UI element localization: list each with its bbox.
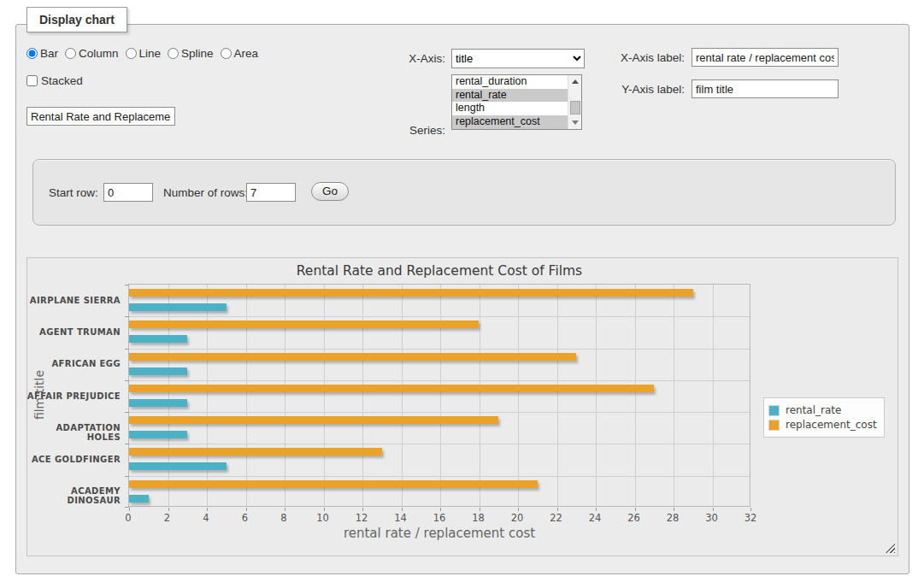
legend-label: rental_rate bbox=[786, 404, 841, 416]
series-listbox[interactable]: rental_durationrental_ratelengthreplacem… bbox=[451, 74, 582, 130]
gridline-vertical bbox=[518, 285, 519, 506]
stacked-checkbox[interactable] bbox=[26, 75, 38, 86]
gridline-vertical bbox=[207, 285, 208, 506]
row-range-panel: Start row: Number of rows: Go bbox=[32, 159, 896, 226]
chart-type-label: Area bbox=[234, 47, 259, 60]
stacked-row: Stacked bbox=[26, 74, 83, 87]
series-option-rental_duration[interactable]: rental_duration bbox=[452, 75, 568, 89]
y-tick-mark bbox=[125, 412, 129, 413]
x-tick-mark bbox=[207, 508, 208, 511]
gridline-horizontal bbox=[129, 476, 750, 477]
bar-replacement_cost bbox=[129, 289, 693, 297]
chart-type-option-area[interactable]: Area bbox=[221, 47, 259, 60]
panel-legend: Display chart bbox=[26, 7, 127, 32]
series-options: rental_durationrental_ratelengthreplacem… bbox=[452, 75, 568, 129]
x-tick-mark bbox=[713, 508, 714, 511]
x-tick-label: 18 bbox=[472, 512, 485, 524]
chart-type-radios: BarColumnLineSplineArea bbox=[26, 47, 265, 60]
y-tick-mark bbox=[125, 285, 129, 285]
legend-item-replacement_cost: replacement_cost bbox=[768, 419, 877, 431]
y-axis-label-label: Y-Axis label: bbox=[604, 83, 685, 96]
x-tick-mark bbox=[480, 508, 480, 511]
gridline-vertical bbox=[480, 285, 480, 506]
legend-swatch-rental_rate bbox=[768, 405, 780, 416]
x-tick-mark bbox=[285, 508, 285, 511]
x-tick-label: 8 bbox=[280, 512, 286, 524]
series-option-replacement_cost[interactable]: replacement_cost bbox=[452, 115, 568, 129]
x-tick-label: 2 bbox=[164, 512, 170, 524]
chart-type-radio-bar[interactable] bbox=[26, 48, 38, 59]
series-option-rental_rate[interactable]: rental_rate bbox=[452, 89, 568, 103]
x-tick-mark bbox=[674, 508, 674, 511]
num-rows-label: Number of rows: bbox=[163, 186, 248, 199]
x-tick-label: 20 bbox=[511, 512, 524, 524]
bar-replacement_cost bbox=[129, 385, 654, 392]
y-category-label: AFRICAN EGG bbox=[26, 359, 121, 368]
series-scrollbar[interactable] bbox=[568, 75, 581, 129]
x-axis-title: rental rate / replacement cost bbox=[128, 526, 750, 541]
scroll-up-icon bbox=[572, 79, 579, 84]
gridline-horizontal bbox=[129, 380, 750, 381]
stacked-label-wrap[interactable]: Stacked bbox=[26, 74, 83, 87]
y-category-label: ACADEMY DINOSAUR bbox=[26, 486, 121, 505]
chart-type-label: Column bbox=[79, 47, 119, 60]
x-tick-label: 12 bbox=[356, 512, 368, 524]
chart-type-option-bar[interactable]: Bar bbox=[26, 47, 58, 60]
bar-rental_rate bbox=[129, 495, 149, 503]
gridline-vertical bbox=[596, 285, 597, 506]
resize-grip-icon[interactable] bbox=[886, 544, 895, 553]
bar-rental_rate bbox=[129, 367, 187, 375]
scrollbar-thumb[interactable] bbox=[570, 101, 580, 115]
chart-type-option-column[interactable]: Column bbox=[65, 47, 119, 60]
chart-type-radio-line[interactable] bbox=[126, 48, 137, 59]
display-chart-panel: Display chart BarColumnLineSplineArea St… bbox=[15, 24, 909, 574]
x-axis-select-label: X-Axis: bbox=[401, 52, 445, 65]
x-tick-label: 14 bbox=[394, 512, 407, 524]
num-rows-input[interactable] bbox=[246, 183, 296, 202]
bar-replacement_cost bbox=[129, 320, 479, 328]
x-tick-label: 28 bbox=[667, 512, 680, 524]
chart-type-radio-spline[interactable] bbox=[168, 48, 179, 59]
y-tick-mark bbox=[125, 444, 129, 444]
x-axis-select[interactable]: title bbox=[451, 49, 585, 68]
x-tick-label: 32 bbox=[744, 512, 757, 524]
bar-rental_rate bbox=[129, 335, 187, 343]
series-option-length[interactable]: length bbox=[452, 102, 568, 115]
y-category-label: AGENT TRUMAN bbox=[26, 327, 121, 337]
x-axis-label-input[interactable] bbox=[692, 48, 839, 67]
x-tick-mark bbox=[402, 508, 403, 511]
x-tick-mark bbox=[246, 508, 247, 511]
bar-rental_rate bbox=[129, 462, 227, 470]
chart-title-input[interactable] bbox=[26, 107, 175, 126]
chart-container: Rental Rate and Replacement Cost of Film… bbox=[26, 257, 898, 556]
go-button[interactable]: Go bbox=[311, 182, 349, 201]
bar-replacement_cost bbox=[129, 480, 538, 488]
gridline-vertical bbox=[713, 285, 714, 506]
scroll-up-button[interactable] bbox=[568, 75, 582, 88]
gridline-vertical bbox=[440, 285, 441, 506]
gridline-horizontal bbox=[129, 444, 750, 444]
chart-type-radio-area[interactable] bbox=[221, 48, 232, 59]
y-tick-mark bbox=[125, 380, 129, 381]
x-tick-mark bbox=[557, 508, 558, 511]
bar-rental_rate bbox=[129, 303, 227, 311]
gridline-vertical bbox=[362, 285, 363, 506]
y-tick-mark bbox=[125, 476, 129, 477]
gridline-vertical bbox=[635, 285, 636, 506]
y-category-label: ACE GOLDFINGER bbox=[26, 455, 121, 464]
x-tick-mark bbox=[635, 508, 636, 511]
y-axis-label-input[interactable] bbox=[692, 79, 839, 98]
chart-type-option-spline[interactable]: Spline bbox=[168, 47, 214, 60]
chart-type-option-line[interactable]: Line bbox=[126, 47, 162, 60]
x-tick-mark bbox=[324, 508, 325, 511]
start-row-input[interactable] bbox=[103, 183, 153, 202]
scroll-down-button[interactable] bbox=[568, 116, 582, 129]
x-axis-label-label: X-Axis label: bbox=[604, 51, 685, 64]
x-tick-label: 6 bbox=[242, 512, 248, 524]
chart-type-radio-column[interactable] bbox=[65, 48, 76, 59]
stacked-label: Stacked bbox=[41, 74, 83, 87]
gridline-vertical bbox=[168, 285, 169, 506]
x-tick-mark bbox=[129, 508, 130, 511]
x-tick-mark bbox=[518, 508, 519, 511]
gridline-horizontal bbox=[129, 412, 750, 413]
